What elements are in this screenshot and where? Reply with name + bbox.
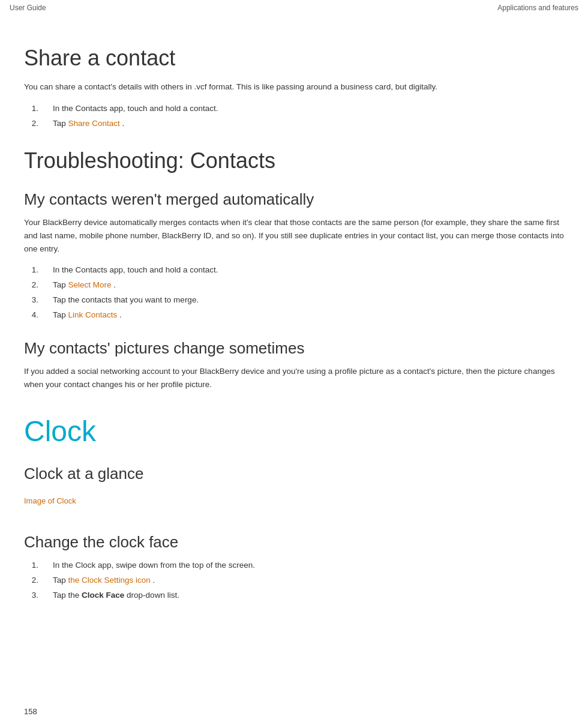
- header-right: Applications and features: [497, 4, 578, 12]
- merged-steps: 1. In the Contacts app, touch and hold a…: [24, 263, 564, 322]
- step-text: Tap Link Contacts .: [53, 308, 122, 322]
- step-number: 4.: [24, 308, 38, 322]
- step-number: 2.: [24, 574, 38, 588]
- list-item: 3. Tap the Clock Face drop-down list.: [24, 589, 564, 603]
- step-text: In the Contacts app, touch and hold a co…: [53, 102, 218, 116]
- step-text: Tap Select More .: [53, 278, 116, 292]
- merged-body: Your BlackBerry device automatically mer…: [24, 216, 564, 255]
- step-text: In the Contacts app, touch and hold a co…: [53, 263, 218, 277]
- step-number: 1.: [24, 263, 38, 277]
- link-contacts-link: Link Contacts: [68, 310, 118, 319]
- clock-settings-link: the Clock Settings icon: [68, 576, 151, 585]
- list-item: 2. Tap Share Contact .: [24, 117, 564, 131]
- step-text: In the Clock app, swipe down from the to…: [53, 559, 255, 573]
- list-item: 2. Tap Select More .: [24, 278, 564, 292]
- step-text: Tap the Clock Face drop-down list.: [53, 589, 179, 603]
- change-clock-face-subtitle: Change the clock face: [24, 533, 564, 552]
- select-more-link: Select More: [68, 280, 112, 289]
- share-contact-intro: You can share a contact's details with o…: [24, 80, 564, 94]
- troubleshooting-title: Troubleshooting: Contacts: [24, 148, 564, 173]
- list-item: 2. Tap the Clock Settings icon .: [24, 574, 564, 588]
- step-text: Tap Share Contact .: [53, 117, 124, 131]
- clock-title: Clock: [24, 415, 564, 448]
- header-left: User Guide: [10, 4, 46, 12]
- step-number: 3.: [24, 589, 38, 603]
- step-text: Tap the Clock Settings icon .: [53, 574, 155, 588]
- list-item: 1. In the Contacts app, touch and hold a…: [24, 263, 564, 277]
- clock-face-steps: 1. In the Clock app, swipe down from the…: [24, 559, 564, 603]
- pictures-body: If you added a social networking account…: [24, 365, 564, 391]
- step-number: 2.: [24, 117, 38, 131]
- clock-face-bold: Clock Face: [82, 591, 124, 600]
- share-contact-steps: 1. In the Contacts app, touch and hold a…: [24, 102, 564, 131]
- page-number: 158: [24, 707, 37, 716]
- list-item: 4. Tap Link Contacts .: [24, 308, 564, 322]
- clock-glance-subtitle: Clock at a glance: [24, 465, 564, 483]
- step-number: 2.: [24, 278, 38, 292]
- pictures-subtitle: My contacts' pictures change sometimes: [24, 339, 564, 358]
- list-item: 3. Tap the contacts that you want to mer…: [24, 293, 564, 307]
- merged-subtitle: My contacts weren't merged automatically: [24, 190, 564, 209]
- step-number: 1.: [24, 102, 38, 116]
- list-item: 1. In the Contacts app, touch and hold a…: [24, 102, 564, 116]
- share-contact-title: Share a contact: [24, 46, 564, 71]
- list-item: 1. In the Clock app, swipe down from the…: [24, 559, 564, 573]
- share-contact-link: Share Contact: [68, 119, 120, 128]
- image-of-clock-label: Image of Clock: [24, 496, 76, 505]
- step-number: 1.: [24, 559, 38, 573]
- step-text: Tap the contacts that you want to merge.: [53, 293, 199, 307]
- step-number: 3.: [24, 293, 38, 307]
